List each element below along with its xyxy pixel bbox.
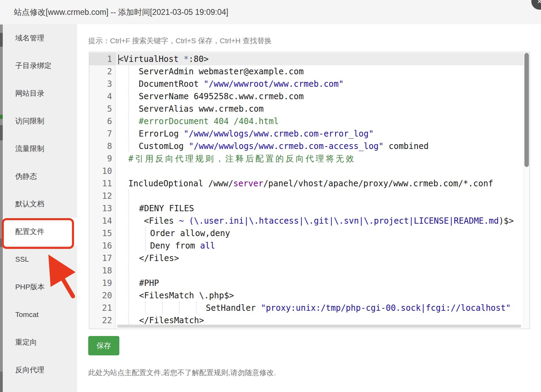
code-line[interactable] (116, 264, 523, 277)
line-number: 4 (89, 90, 115, 103)
line-number: 15 (89, 227, 115, 240)
dialog-titlebar: 站点修改[www.crmeb.com] -- 添加时间[2021-03-05 1… (0, 0, 541, 25)
sidebar-item[interactable]: 访问限制 (3, 107, 77, 135)
code-line[interactable]: <VirtualHost *:80> (116, 53, 523, 65)
code-line[interactable] (116, 165, 523, 177)
sidebar-item[interactable]: 反向代理 (3, 356, 77, 384)
line-number: 17 (89, 252, 115, 264)
code-line[interactable]: ServerAdmin webmaster@example.com (116, 65, 523, 78)
line-number: 7 (89, 128, 115, 140)
line-number: 22 (89, 314, 115, 327)
code-line[interactable]: #引用反向代理规则，注释后配置的反向代理将无效 (116, 152, 523, 165)
config-file-editor[interactable]: 12345678910111213141516171819202122 <Vir… (89, 52, 530, 329)
code-line[interactable]: SetHandler "proxy:unix:/tmp/php-cgi-00.s… (116, 302, 523, 314)
line-number: 10 (89, 165, 115, 177)
sidebar: 域名管理子目录绑定网站目录访问限制流量限制伪静态默认文档配置文件SSLPHP版本… (3, 24, 77, 392)
line-number: 21 (89, 302, 115, 314)
underlay-fragment (0, 125, 3, 140)
code-line[interactable]: #errorDocument 404 /404.html (116, 115, 523, 128)
line-number: 8 (89, 140, 115, 152)
vertical-scrollbar-thumb[interactable] (524, 53, 529, 167)
save-button[interactable]: 保存 (88, 336, 119, 355)
background-page-sliver (0, 24, 3, 392)
code-lines[interactable]: <VirtualHost *:80>ServerAdmin webmaster@… (116, 53, 523, 329)
code-line[interactable]: ServerAlias www.crmeb.com (116, 103, 523, 115)
line-number: 19 (89, 277, 115, 289)
code-line[interactable]: ErrorLog "/www/wwwlogs/www.crmeb.com-err… (116, 128, 523, 140)
line-number: 11 (89, 177, 115, 190)
sidebar-item[interactable]: 默认文档 (3, 190, 77, 218)
line-number: 18 (89, 264, 115, 277)
sidebar-item[interactable]: 重定向 (3, 328, 77, 356)
line-number: 13 (89, 202, 115, 215)
sidebar-item[interactable]: 伪静态 (3, 162, 77, 190)
code-line[interactable]: <Files ~ (\.user.ini|\.htaccess|\.git|\.… (116, 215, 523, 227)
code-line[interactable]: CustomLog "/www/wwwlogs/www.crmeb.com-ac… (116, 140, 523, 152)
code-line[interactable]: DocumentRoot "/www/wwwroot/www.crmeb.com… (116, 78, 523, 90)
line-number: 2 (89, 65, 115, 78)
sidebar-item[interactable]: PHP版本 (3, 273, 77, 301)
line-number: 1 (89, 53, 115, 65)
editor-hint: 提示：Ctrl+F 搜索关键字，Ctrl+S 保存，Ctrl+H 查找替换 (88, 36, 272, 46)
line-number: 14 (89, 215, 115, 227)
horizontal-scrollbar-thumb[interactable] (117, 325, 521, 328)
dialog-title: 站点修改[www.crmeb.com] -- 添加时间[2021-03-05 1… (14, 0, 228, 24)
code-line[interactable]: Deny from all (116, 240, 523, 252)
line-number: 20 (89, 289, 115, 302)
sidebar-item[interactable]: 网站目录 (3, 80, 77, 107)
line-number: 16 (89, 240, 115, 252)
line-number: 3 (89, 78, 115, 90)
sidebar-item[interactable]: 子目录绑定 (3, 52, 77, 80)
underlay-fragment (0, 239, 3, 247)
sidebar-item[interactable]: Tomcat (3, 301, 77, 328)
underlay-fragment (0, 115, 3, 119)
sidebar-item[interactable]: 流量限制 (3, 135, 77, 162)
code-line[interactable]: </Files> (116, 252, 523, 264)
underlay-fragment (0, 372, 3, 392)
line-number: 12 (89, 190, 115, 202)
line-number-gutter: 12345678910111213141516171819202122 (89, 52, 116, 329)
vertical-scrollbar[interactable] (523, 52, 530, 329)
line-number: 5 (89, 103, 115, 115)
line-number: 9 (89, 152, 115, 165)
code-line[interactable]: #PHP (116, 277, 523, 289)
code-line[interactable]: <FilesMatch \.php$> (116, 289, 523, 302)
underlay-fragment (0, 33, 3, 47)
sidebar-item[interactable]: SSL (3, 245, 77, 273)
code-line[interactable] (116, 190, 523, 202)
code-line[interactable]: ServerName 6495258c.www.crmeb.com (116, 90, 523, 103)
footer-note: 此处为站点主配置文件,若您不了解配置规则,请勿随意修改. (88, 368, 276, 377)
code-line[interactable]: IncludeOptional /www/server/panel/vhost/… (116, 177, 523, 190)
code-line[interactable]: #DENY FILES (116, 202, 523, 215)
sidebar-item[interactable]: 配置文件 (3, 218, 77, 245)
main-panel: 提示：Ctrl+F 搜索关键字，Ctrl+S 保存，Ctrl+H 查找替换 12… (77, 24, 541, 392)
line-number: 6 (89, 115, 115, 128)
code-line[interactable]: Order allow,deny (116, 227, 523, 240)
sidebar-item[interactable]: 域名管理 (3, 24, 77, 52)
